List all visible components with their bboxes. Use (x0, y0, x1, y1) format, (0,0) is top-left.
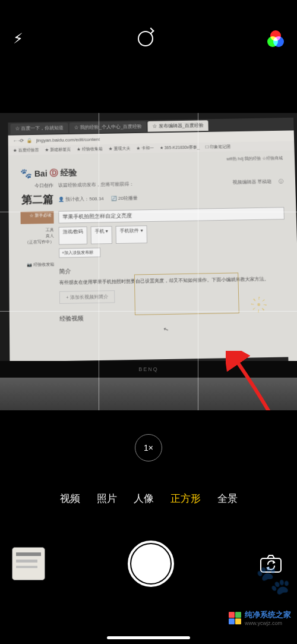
monitor-bezel: BENQ (0, 361, 297, 378)
mode-photo[interactable]: 照片 (97, 492, 117, 505)
sub-select-2: 手机软件 ▾ (116, 225, 147, 244)
bookmark: ★ 新建标签页 (45, 147, 71, 153)
camera-modes: 视频 照片 人像 正方形 全景 (0, 488, 297, 509)
last-photo-thumbnail[interactable] (12, 547, 45, 580)
mode-portrait[interactable]: 人像 (134, 492, 154, 505)
watermark-logo-icon (229, 612, 241, 624)
bookmark: ★ 卡和一 (136, 145, 154, 151)
stat-rotation: 🔄 20轮播量 (110, 194, 137, 202)
side-items: 工具 真人 （正在写作中） (21, 227, 54, 246)
shutter-button[interactable] (128, 541, 174, 587)
browser-tab: ☆ 百度一下，你就知道 (10, 122, 68, 134)
lock-icon: 🔒 (27, 137, 33, 143)
zoom-button[interactable]: 1× (135, 434, 162, 461)
article-count: 第二篇 (20, 192, 53, 207)
paw-icon: 🐾 (20, 168, 32, 179)
today-label: 今日创作 (20, 182, 53, 189)
timer-icon[interactable] (138, 31, 153, 46)
sub-select-1: 手机 ▾ (91, 226, 113, 244)
bookmark: ★ 经验收集箱 (77, 146, 103, 153)
camera-top-bar: ⚡︎ (0, 24, 297, 54)
browser-tab: ☆ 我的经验_个人中心_百度经验 (69, 121, 147, 133)
camera-controls (0, 537, 297, 590)
url-text: jingyan.baidu.com/edit/content (36, 136, 100, 143)
title-input: 苹果手机拍照怎样自定义亮度 (58, 207, 285, 224)
focus-rectangle (134, 272, 239, 315)
watermark-url: www.ycwjz.com (245, 620, 291, 626)
add-video-button: + 添加长视频到简介 (59, 290, 115, 304)
webpage-content: wifi热 hdj 我的经验 ☆经验商城 🐾BaiⒹ经验 今日创作 该篇经验成功… (8, 150, 297, 370)
paw-watermark-icon: 🐾 (255, 563, 291, 596)
baidu-logo: 🐾BaiⒹ经验 (20, 167, 77, 179)
tag-input: +加入淡悦发布标 (59, 247, 100, 257)
watermark: 纯净系统之家 www.ycwjz.com (229, 610, 291, 626)
success-text: 该篇经验成功发布，您将可能获得： (58, 181, 134, 189)
bookmark: ☐ 印象笔记团 (206, 144, 231, 150)
brightness-sun-icon (254, 300, 263, 309)
camera-viewport[interactable]: ☆ 百度一下，你就知道 ☆ 我的经验_个人中心_百度经验 ☆ 发布编辑器_百度经… (0, 113, 297, 410)
side-box: 📷 经验收发箱 (21, 262, 55, 328)
bookmark: ★ 重现大夫 (108, 146, 130, 152)
mouse-cursor-icon: ↖ (163, 325, 169, 333)
monitor-in-photo: ☆ 百度一下，你就知道 ☆ 我的经验_个人中心_百度经验 ☆ 发布编辑器_百度经… (0, 113, 297, 391)
stat-income: 👤 预计收入：508.34 (58, 195, 104, 202)
home-indicator[interactable] (107, 636, 190, 639)
category-select: 游戏/数码 (59, 227, 88, 245)
bookmark: ★ 365-K21830v赛事_ (160, 144, 200, 151)
mode-square[interactable]: 正方形 (170, 492, 201, 505)
side-newbie: ☆ 新手必读 (21, 211, 54, 224)
watermark-title: 纯净系统之家 (245, 610, 291, 620)
mode-pano[interactable]: 全景 (217, 492, 238, 505)
mode-video[interactable]: 视频 (60, 492, 80, 505)
head-right: 视频编辑器 草稿箱 (232, 178, 271, 186)
desk-surface (0, 378, 297, 410)
filters-icon[interactable] (267, 30, 284, 47)
nav-dots: ← → ⟳ (13, 138, 23, 143)
bookmark: ★ 百度经验首 (13, 147, 39, 153)
flash-icon[interactable]: ⚡︎ (13, 30, 23, 47)
browser-tab-active: ☆ 发布编辑器_百度经验 (148, 120, 208, 131)
